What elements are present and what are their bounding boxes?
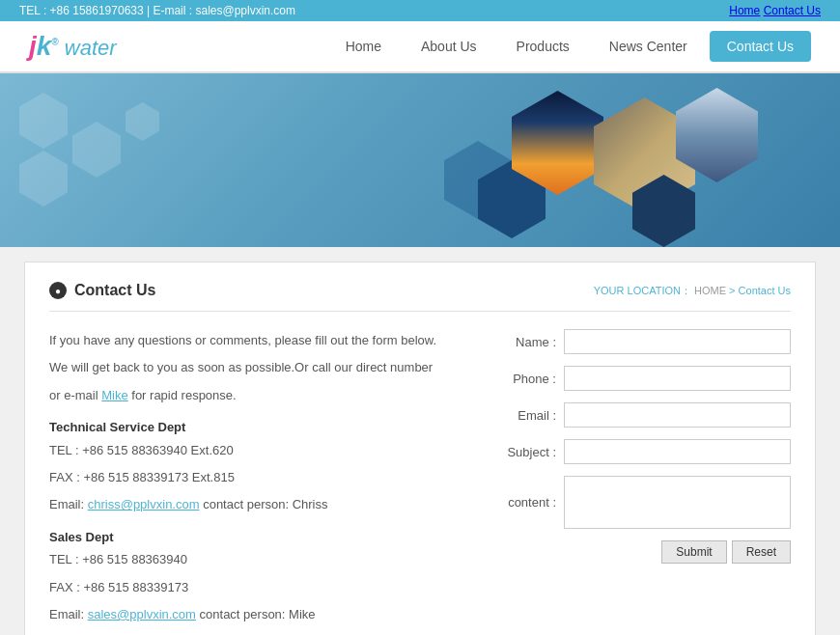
nav-news[interactable]: News Center bbox=[592, 31, 705, 62]
nav-about[interactable]: About Us bbox=[404, 31, 494, 62]
intro-line2: We will get back to you as soon as possi… bbox=[49, 356, 462, 378]
name-field-row: Name : bbox=[501, 329, 791, 354]
top-nav-home[interactable]: Home bbox=[729, 4, 760, 17]
dept1-name: Technical Service Dept bbox=[49, 416, 462, 438]
mike-link[interactable]: Mike bbox=[101, 388, 127, 402]
nav-products[interactable]: Products bbox=[499, 31, 587, 62]
intro-rapid: for rapid response. bbox=[131, 388, 236, 402]
dept2-email1-label: Email: bbox=[49, 607, 84, 621]
main-nav: Home About Us Products News Center Conta… bbox=[328, 31, 811, 62]
dept1-email-label: Email: bbox=[49, 497, 84, 511]
intro-line3: or e-mail Mike for rapid response. bbox=[49, 384, 462, 406]
reset-button[interactable]: Reset bbox=[732, 540, 791, 564]
dept1-email-link[interactable]: chriss@pplvxin.com bbox=[88, 497, 200, 511]
nav-contact[interactable]: Contact Us bbox=[710, 31, 811, 62]
email-field-row: Email : bbox=[501, 402, 791, 428]
intro-or-email: or e-mail bbox=[49, 388, 98, 402]
dept2-tel: TEL : +86 515 88363940 bbox=[49, 548, 462, 570]
contact-info: TEL : +86 15861970633 | E-mail : sales@p… bbox=[19, 4, 295, 17]
dept1-contact-person: contact person: Chriss bbox=[203, 497, 327, 511]
subject-input[interactable] bbox=[564, 439, 791, 464]
subject-label: Subject : bbox=[501, 445, 564, 459]
contact-info-col: If you have any questions or comments, p… bbox=[49, 329, 462, 635]
banner bbox=[0, 73, 840, 247]
logo: jk® water bbox=[29, 31, 117, 62]
submit-button[interactable]: Submit bbox=[661, 540, 726, 564]
breadcrumb-current: Contact Us bbox=[739, 285, 791, 296]
top-bar: TEL : +86 15861970633 | E-mail : sales@p… bbox=[0, 0, 840, 21]
header: jk® water Home About Us Products News Ce… bbox=[0, 21, 840, 73]
breadcrumb-home[interactable]: HOME bbox=[694, 285, 726, 296]
email-label: Email : bbox=[501, 408, 564, 423]
dept1-email: Email: chriss@pplvxin.com contact person… bbox=[49, 493, 462, 515]
content-label: content : bbox=[501, 495, 564, 510]
dept2-email2: Email: anna@pplvxin.com contact person: … bbox=[49, 630, 462, 635]
subject-field-row: Subject : bbox=[501, 439, 791, 464]
two-column-layout: If you have any questions or comments, p… bbox=[49, 329, 791, 635]
email-input[interactable] bbox=[564, 402, 791, 428]
content-field-row: content : bbox=[501, 476, 791, 529]
content-textarea[interactable] bbox=[564, 476, 791, 529]
main-content: ● Contact Us YOUR LOCATION： HOME > Conta… bbox=[24, 262, 816, 635]
page-title: ● Contact Us bbox=[49, 282, 155, 299]
contact-form-col: Name : Phone : Email : Subject : content… bbox=[501, 329, 791, 635]
form-buttons: Submit Reset bbox=[501, 540, 791, 564]
banner-hexagons bbox=[425, 83, 763, 237]
top-nav-contact[interactable]: Contact Us bbox=[764, 4, 821, 17]
nav-home[interactable]: Home bbox=[328, 31, 399, 62]
phone-label: Phone : bbox=[501, 372, 564, 386]
phone-input[interactable] bbox=[564, 366, 791, 391]
title-text: Contact Us bbox=[74, 282, 155, 299]
top-nav: Home Contact Us bbox=[729, 4, 821, 17]
dept2-email1: Email: sales@pplvxin.com contact person:… bbox=[49, 603, 462, 625]
dept1-fax: FAX : +86 515 88339173 Ext.815 bbox=[49, 466, 462, 488]
breadcrumb-prefix: YOUR LOCATION： bbox=[594, 285, 691, 296]
phone-field-row: Phone : bbox=[501, 366, 791, 391]
breadcrumb-separator: > bbox=[729, 285, 738, 296]
content-header: ● Contact Us YOUR LOCATION： HOME > Conta… bbox=[49, 282, 791, 312]
dept2-fax: FAX : +86 515 88339173 bbox=[49, 576, 462, 598]
dept1-tel: TEL : +86 515 88363940 Ext.620 bbox=[49, 439, 462, 461]
dept2-email1-link[interactable]: sales@pplvxin.com bbox=[88, 607, 196, 621]
name-input[interactable] bbox=[564, 329, 791, 354]
dept2-contact1-person: contact person: Mike bbox=[200, 607, 316, 621]
logo-text: jk® water bbox=[29, 31, 117, 62]
name-label: Name : bbox=[501, 335, 564, 349]
dept2-name: Sales Dept bbox=[49, 526, 462, 548]
title-dot: ● bbox=[49, 282, 67, 299]
page-body: ● Contact Us YOUR LOCATION： HOME > Conta… bbox=[0, 262, 840, 635]
breadcrumb: YOUR LOCATION： HOME > Contact Us bbox=[594, 284, 791, 298]
intro-line1: If you have any questions or comments, p… bbox=[49, 329, 462, 351]
